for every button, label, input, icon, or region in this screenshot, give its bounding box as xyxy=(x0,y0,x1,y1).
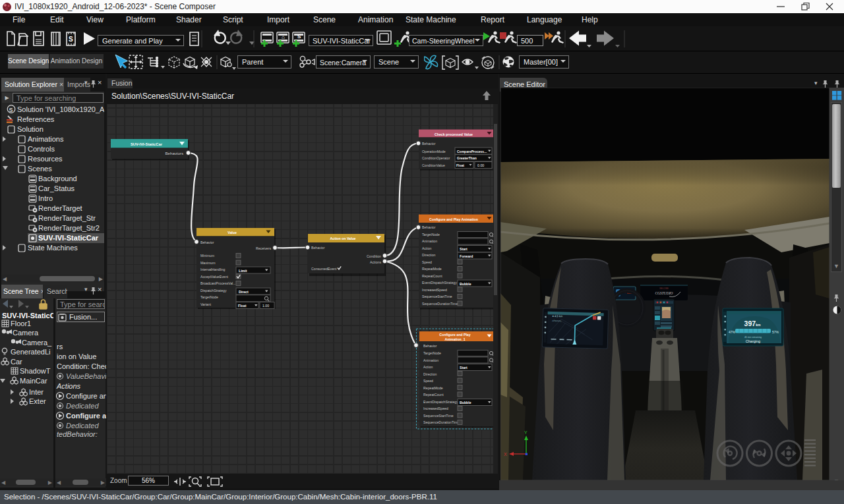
svg-text:SUV-IVI-StaticCar: SUV-IVI-StaticCar xyxy=(131,142,163,146)
svg-text:Action: Action xyxy=(423,365,433,369)
svg-text:Minimum: Minimum xyxy=(200,254,214,258)
svg-text:RepeatCount: RepeatCount xyxy=(423,393,444,397)
svg-text:ARRIVAL: ARRIVAL xyxy=(552,320,561,322)
svg-text:Animation: Animation xyxy=(422,239,437,243)
svg-text:Condition: Check: Condition: Check xyxy=(57,362,106,370)
svg-text:IncreasedSpeed: IncreasedSpeed xyxy=(423,406,448,410)
svg-text:CGSTUDIO: CGSTUDIO xyxy=(655,291,673,295)
svg-text:47%: 47% xyxy=(729,330,736,334)
svg-text:Solution 'IVI_1080x1920_Andr: Solution 'IVI_1080x1920_Andr xyxy=(17,105,104,113)
svg-text:Behavior: Behavior xyxy=(423,344,437,348)
svg-text:ConditionOperator: ConditionOperator xyxy=(422,156,450,160)
svg-text:Dedicated: Dedicated xyxy=(66,402,99,410)
svg-text:RenderTarget_Str: RenderTarget_Str xyxy=(38,214,96,222)
svg-text:RepeatCount: RepeatCount xyxy=(422,274,442,278)
svg-text:46 min remaining: 46 min remaining xyxy=(744,336,762,339)
svg-text:Configure and Play: Configure and Play xyxy=(439,333,470,337)
svg-text:Behavior: Behavior xyxy=(422,142,436,146)
svg-text:Speed: Speed xyxy=(422,260,432,264)
svg-text:Inter: Inter xyxy=(29,388,44,396)
svg-text:Behavior: Behavior xyxy=(200,240,214,244)
svg-text:Float: Float xyxy=(238,304,247,308)
svg-text:tedBehavior:: tedBehavior: xyxy=(57,430,98,438)
svg-text:ConsumedEvent: ConsumedEvent xyxy=(311,267,337,271)
svg-text:CompareProcess...: CompareProcess... xyxy=(457,150,487,154)
svg-text:State Machines: State Machines xyxy=(28,244,78,252)
svg-text:S: S xyxy=(297,34,301,40)
svg-text:SequenceStartTime: SequenceStartTime xyxy=(423,414,454,418)
svg-text:Behavior: Behavior xyxy=(422,225,436,229)
svg-text:DispatchStrategy: DispatchStrategy xyxy=(200,289,227,293)
svg-text:Behaviors: Behaviors xyxy=(165,151,183,155)
svg-text:SequenceDurationTime: SequenceDurationTime xyxy=(423,420,459,424)
svg-text:SequenceDurationTime: SequenceDurationTime xyxy=(422,302,458,306)
svg-text:Bubble: Bubble xyxy=(460,282,471,286)
svg-text:S: S xyxy=(69,36,73,43)
svg-text:BroadcastProcessVal...: BroadcastProcessVal... xyxy=(200,281,236,285)
svg-text:0.00: 0.00 xyxy=(477,163,484,167)
svg-text:Floor1: Floor1 xyxy=(11,320,31,327)
svg-text:Resources: Resources xyxy=(28,155,63,163)
svg-text:TargetNode: TargetNode xyxy=(422,233,440,237)
svg-text:Receivers: Receivers xyxy=(256,246,271,250)
svg-text:Animation_1: Animation_1 xyxy=(444,337,465,341)
svg-text:Limit: Limit xyxy=(239,269,247,273)
svg-text:Background: Background xyxy=(38,175,77,182)
svg-text:Maximum: Maximum xyxy=(200,261,215,265)
svg-text:ValueBehavio: ValueBehavio xyxy=(66,372,106,380)
svg-text:⌂: ⌂ xyxy=(282,34,285,40)
svg-text:Direction: Direction xyxy=(422,253,436,257)
svg-text:Car_Status: Car_Status xyxy=(38,184,75,192)
svg-text:X: X xyxy=(504,452,507,457)
svg-text:Charging: Charging xyxy=(746,339,760,343)
svg-text:Y: Y xyxy=(524,430,528,435)
svg-text:Variant: Variant xyxy=(200,302,212,306)
svg-text:IncreasedSpeed: IncreasedSpeed xyxy=(422,288,447,292)
svg-text:WELCOME: WELCOME xyxy=(659,287,669,290)
svg-text:TargetNode: TargetNode xyxy=(200,295,218,299)
svg-text:Solution: Solution xyxy=(17,125,44,133)
svg-text:Configure a: Configure a xyxy=(66,412,106,420)
svg-text:Speed: Speed xyxy=(423,379,433,383)
svg-text:Scenes: Scenes xyxy=(28,165,52,173)
svg-text:Action on Value: Action on Value xyxy=(330,237,356,240)
svg-text:1.00: 1.00 xyxy=(262,304,269,308)
svg-text:IntervalHandling: IntervalHandling xyxy=(200,267,226,271)
svg-text:GeneratedLi: GeneratedLi xyxy=(11,348,51,356)
svg-text:AcceptValueEvent: AcceptValueEvent xyxy=(200,275,229,279)
svg-text:ConditionValue: ConditionValue xyxy=(422,163,445,167)
svg-text:Controls: Controls xyxy=(28,145,55,153)
svg-text:Exter: Exter xyxy=(29,397,46,405)
svg-text:● 4.5 km: ● 4.5 km xyxy=(552,314,562,318)
svg-text:Value: Value xyxy=(227,231,237,235)
svg-text:Direct: Direct xyxy=(239,290,249,294)
svg-text:ShadowT: ShadowT xyxy=(20,367,51,375)
svg-text:S: S xyxy=(9,107,13,113)
svg-text:Camera_: Camera_ xyxy=(22,339,52,347)
svg-text:Direction: Direction xyxy=(423,372,437,376)
svg-text:EventDispatchStrategy: EventDispatchStrategy xyxy=(423,400,458,404)
svg-text:Check processed Value: Check processed Value xyxy=(435,132,473,136)
svg-text:57%: 57% xyxy=(772,330,779,334)
svg-text:Bubble: Bubble xyxy=(460,401,471,405)
svg-text:OperationMode: OperationMode xyxy=(422,150,446,154)
svg-text:SUV-IVI-StaticCar: SUV-IVI-StaticCar xyxy=(38,234,99,242)
svg-text:Camera: Camera xyxy=(13,329,39,337)
svg-text:Car: Car xyxy=(11,358,22,366)
svg-text:Float: Float xyxy=(456,163,464,167)
svg-text:RenderTarget: RenderTarget xyxy=(38,204,82,212)
svg-text:GreaterThan: GreaterThan xyxy=(457,156,477,160)
svg-text:SUV-IVI-StaticC: SUV-IVI-StaticC xyxy=(2,312,53,320)
svg-text:Start: Start xyxy=(460,366,467,370)
svg-text:SequenceStartTime: SequenceStartTime xyxy=(422,294,452,298)
svg-text:Animation: Animation xyxy=(423,358,438,362)
svg-text:Forward: Forward xyxy=(460,254,473,258)
svg-text:Condition: Condition xyxy=(367,254,381,258)
svg-text:EventDispatchStrategy: EventDispatchStrategy xyxy=(422,281,457,285)
svg-text:Animations: Animations xyxy=(28,135,64,143)
svg-text:Actions: Actions xyxy=(56,382,81,390)
svg-text:Configure an: Configure an xyxy=(66,392,106,400)
svg-text:ion on Value: ion on Value xyxy=(57,352,96,360)
svg-text:Intro: Intro xyxy=(38,194,53,202)
svg-text:RepeatMode: RepeatMode xyxy=(423,386,443,390)
